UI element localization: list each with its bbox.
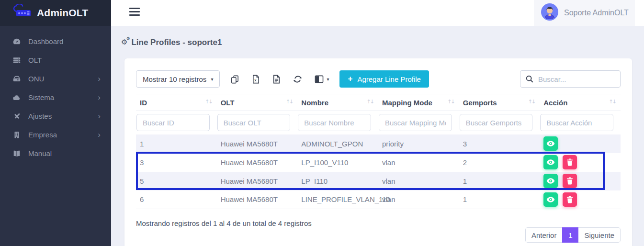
sort-icon: ↑↓ [447,99,454,105]
onu-device-icon [12,75,22,83]
table-header-olt[interactable]: OLT↑↓ [217,94,298,111]
table-header-gemports[interactable]: Gemports↑↓ [459,94,540,111]
trash-icon [566,177,573,185]
excel-export-button[interactable]: x [252,75,260,84]
trash-icon [566,196,573,203]
column-visibility-button[interactable]: ▾ [315,75,329,83]
svg-text:x: x [255,78,257,82]
sidebar-item-label: Sistema [28,93,54,101]
file-text-icon [272,75,281,84]
table-row: 6 Huawei MA5680T LINE_PROFILE_VLAN_110 v… [136,190,621,209]
tools-icon [12,112,22,121]
table-header-accion[interactable]: Acción↑↓ [540,94,621,111]
app-window: AdminOLT Dashboard OLT ONU › [0,0,644,246]
cloud-icon [12,93,22,102]
filter-input-accion[interactable] [540,114,613,131]
trash-icon [566,158,573,166]
caret-down-icon: ▾ [211,77,213,82]
page-title: ⚙⚙ Line Profiles - soporte1 [121,38,222,47]
line-profiles-table: ID↑↓ OLT↑↓ Nombre↑↓ Mapping Mode↑↓ Gempo… [136,94,621,209]
sort-icon: ↑↓ [367,99,373,105]
plus-icon: + [348,74,352,84]
chevron-right-icon: › [98,131,101,139]
dashboard-icon [12,37,22,46]
refresh-button[interactable] [293,75,302,84]
chevron-right-icon: › [98,112,101,120]
sort-icon: ↑↓ [205,99,212,105]
sidebar-nav: Dashboard OLT ONU › Sistema › [0,26,111,163]
book-icon [12,149,22,158]
sort-icon: ↑↓ [528,99,535,105]
adminolt-logo-icon [12,4,33,22]
sidebar-item-label: Empresa [28,131,57,139]
table-header-mapping-mode[interactable]: Mapping Mode↑↓ [378,94,459,111]
search-input[interactable] [538,75,615,83]
excel-file-icon: x [252,75,260,84]
sort-icon: ↑↓ [609,99,616,105]
sort-icon: ↑↓ [286,99,293,105]
table-row: 3 Huawei MA5680T LP_I100_V110 vlan 2 [136,153,621,172]
pagination-prev-button[interactable]: Anterior [525,227,563,243]
avatar [541,3,558,22]
top-navbar: Soporte AdminOLT [111,0,644,26]
sidebar-item-manual[interactable]: Manual [0,144,111,163]
sidebar-item-label: ONU [28,75,44,83]
view-button[interactable] [543,155,558,169]
line-profiles-card: Mostrar 10 registros ▾ x [124,58,632,246]
file-export-button[interactable] [272,75,281,84]
sidebar-item-dashboard[interactable]: Dashboard [0,32,111,51]
table-toolbar: Mostrar 10 registros ▾ x [136,70,621,88]
eye-icon [546,140,555,147]
logo-link[interactable]: AdminOLT [0,0,111,26]
table-search [520,70,621,88]
table-row: 5 Huawei MA5680T LP_I110 vlan 1 [136,172,621,190]
add-line-profile-button[interactable]: + Agregar Line Profile [339,70,429,88]
filter-input-gemports[interactable] [460,114,533,131]
records-info: Mostrando registros del 1 al 4 de un tot… [136,219,312,227]
view-button[interactable] [543,136,558,151]
export-buttons: x ▾ [230,75,329,84]
sidebar-item-sistema[interactable]: Sistema › [0,88,111,107]
copy-icon [230,75,239,84]
copy-button[interactable] [230,75,239,84]
search-icon [526,75,533,83]
filter-input-nombre[interactable] [298,114,371,131]
chevron-right-icon: › [98,93,101,101]
user-menu[interactable]: Soporte AdminOLT [534,0,635,26]
main-area: Soporte AdminOLT ⚙⚙ Line Profiles - sopo… [111,0,644,246]
caret-down-icon: ▾ [327,77,329,82]
menu-toggle-icon[interactable] [129,8,140,18]
column-visibility-icon [315,75,324,83]
eye-icon [546,159,555,166]
sidebar-item-onu[interactable]: ONU › [0,69,111,88]
delete-button[interactable] [563,174,577,188]
user-name: Soporte AdminOLT [564,9,629,17]
sidebar-item-olt[interactable]: OLT [0,51,111,69]
show-entries-dropdown[interactable]: Mostrar 10 registros ▾ [136,70,220,88]
filter-input-mapping-mode[interactable] [379,114,452,131]
table-row: 1 Huawei MA5680T ADMINOLT_GPON priority … [136,134,621,153]
cogs-icon: ⚙⚙ [121,38,127,46]
sidebar-item-empresa[interactable]: Empresa › [0,125,111,144]
sidebar: AdminOLT Dashboard OLT ONU › [0,0,111,246]
filter-input-id[interactable] [136,114,210,131]
sidebar-item-label: Ajustes [28,112,52,120]
table-header-id[interactable]: ID↑↓ [136,94,217,111]
sidebar-item-ajustes[interactable]: Ajustes › [0,107,111,125]
building-icon [12,131,22,139]
pagination: Anterior 1 Siguiente [525,227,621,243]
eye-icon [546,196,555,203]
delete-button[interactable] [563,155,577,169]
eye-icon [546,178,555,184]
refresh-icon [293,75,302,84]
pagination-next-button[interactable]: Siguiente [578,227,621,243]
sidebar-item-label: Dashboard [28,37,63,45]
content-area: ⚙⚙ Line Profiles - soporte1 Mostrar 10 r… [111,26,644,246]
view-button[interactable] [543,174,558,188]
pagination-page-1-button[interactable]: 1 [562,227,578,243]
view-button[interactable] [543,192,558,207]
table-header-nombre[interactable]: Nombre↑↓ [297,94,378,111]
sidebar-item-label: OLT [28,56,42,64]
filter-input-olt[interactable] [217,114,291,131]
delete-button[interactable] [563,192,577,207]
